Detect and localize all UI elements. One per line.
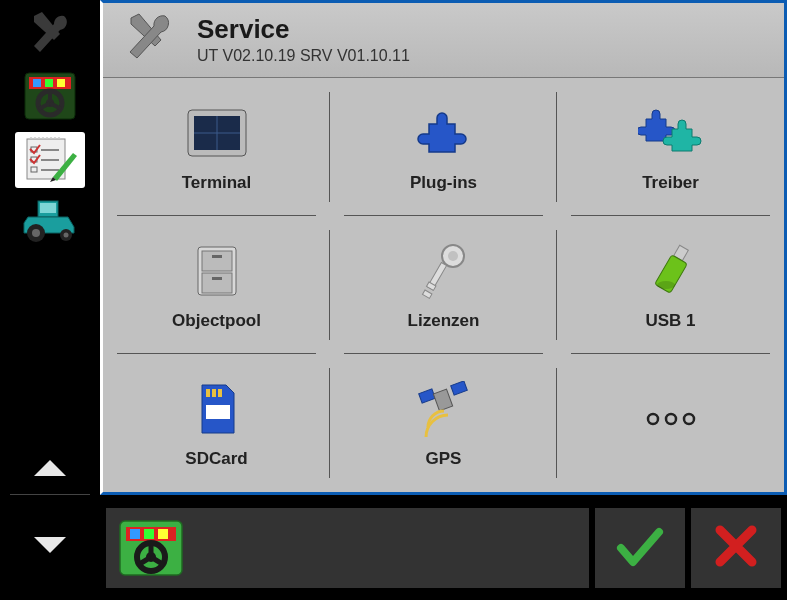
service-grid: Terminal Plug-ins Treib xyxy=(103,78,784,492)
grid-item-lizenzen[interactable]: Lizenzen xyxy=(330,216,557,354)
sdcard-icon xyxy=(194,375,240,443)
bottom-bar xyxy=(0,495,787,600)
svg-rect-41 xyxy=(212,389,216,397)
grid-item-objectpool[interactable]: Objectpool xyxy=(103,216,330,354)
sidebar-item-checklist[interactable] xyxy=(15,132,85,188)
grid-item-treiber[interactable]: Treiber xyxy=(557,78,784,216)
svg-point-20 xyxy=(32,229,40,237)
svg-point-47 xyxy=(648,414,658,424)
grid-item-more[interactable] xyxy=(557,354,784,492)
content-panel: Service UT V02.10.19 SRV V01.10.11 Termi… xyxy=(100,0,787,495)
sidebar-item-tractor[interactable] xyxy=(15,194,85,250)
grid-item-label: Lizenzen xyxy=(408,311,480,331)
divider xyxy=(10,494,90,495)
grid-item-label: GPS xyxy=(426,449,462,469)
key-icon xyxy=(419,237,469,305)
satellite-icon xyxy=(414,375,474,443)
svg-rect-54 xyxy=(158,529,168,539)
grid-item-sdcard[interactable]: SDCard xyxy=(103,354,330,492)
svg-rect-53 xyxy=(144,529,154,539)
check-icon xyxy=(615,524,665,572)
service-tools-icon xyxy=(117,11,181,67)
steering-nav-icon xyxy=(23,71,77,125)
grid-item-plugins[interactable]: Plug-ins xyxy=(330,78,557,216)
grid-item-label: USB 1 xyxy=(645,311,695,331)
chevron-down-icon xyxy=(32,535,68,561)
svg-rect-43 xyxy=(206,405,230,419)
svg-point-48 xyxy=(666,414,676,424)
svg-rect-52 xyxy=(130,529,140,539)
chevron-up-icon xyxy=(32,456,68,482)
page-title: Service xyxy=(197,14,410,45)
cabinet-icon xyxy=(194,237,240,305)
svg-rect-44 xyxy=(418,389,435,403)
terminal-icon xyxy=(186,99,248,167)
tools-icon xyxy=(24,10,76,62)
svg-rect-31 xyxy=(212,277,222,280)
svg-rect-46 xyxy=(433,389,452,411)
panel-header: Service UT V02.10.19 SRV V01.10.11 xyxy=(103,3,784,78)
svg-rect-2 xyxy=(33,79,41,87)
checklist-icon xyxy=(23,133,77,187)
svg-point-22 xyxy=(64,233,69,238)
svg-point-39 xyxy=(657,281,675,289)
grid-item-label: Plug-ins xyxy=(410,173,477,193)
svg-rect-29 xyxy=(202,273,232,293)
svg-rect-42 xyxy=(218,389,222,397)
grid-item-label: Treiber xyxy=(642,173,699,193)
svg-rect-30 xyxy=(212,255,222,258)
sidebar-item-tools[interactable] xyxy=(15,8,85,64)
confirm-button[interactable] xyxy=(595,508,685,588)
svg-rect-4 xyxy=(57,79,65,87)
usb-icon xyxy=(646,237,696,305)
grid-item-usb[interactable]: USB 1 xyxy=(557,216,784,354)
version-subtitle: UT V02.10.19 SRV V01.10.11 xyxy=(197,47,410,65)
status-bar xyxy=(106,508,589,588)
sidebar-item-steering[interactable] xyxy=(15,70,85,126)
grid-item-terminal[interactable]: Terminal xyxy=(103,78,330,216)
steering-nav-icon xyxy=(116,518,186,578)
svg-rect-45 xyxy=(450,381,467,395)
svg-rect-40 xyxy=(206,389,210,397)
grid-item-label: Terminal xyxy=(182,173,252,193)
tractor-icon xyxy=(22,197,78,247)
grid-item-label: Objectpool xyxy=(172,311,261,331)
plugin-icon xyxy=(417,99,471,167)
close-icon xyxy=(714,524,758,572)
more-icon xyxy=(641,385,701,453)
grid-item-label: SDCard xyxy=(185,449,247,469)
driver-icon xyxy=(638,99,704,167)
svg-point-33 xyxy=(448,251,458,261)
svg-rect-28 xyxy=(202,251,232,271)
svg-point-49 xyxy=(684,414,694,424)
sidebar-down-button[interactable] xyxy=(0,495,100,600)
svg-rect-18 xyxy=(40,203,56,213)
sidebar xyxy=(0,0,100,495)
grid-item-gps[interactable]: GPS xyxy=(330,354,557,492)
sidebar-up-button[interactable] xyxy=(0,444,100,494)
svg-rect-36 xyxy=(422,290,431,298)
svg-rect-3 xyxy=(45,79,53,87)
cancel-button[interactable] xyxy=(691,508,781,588)
